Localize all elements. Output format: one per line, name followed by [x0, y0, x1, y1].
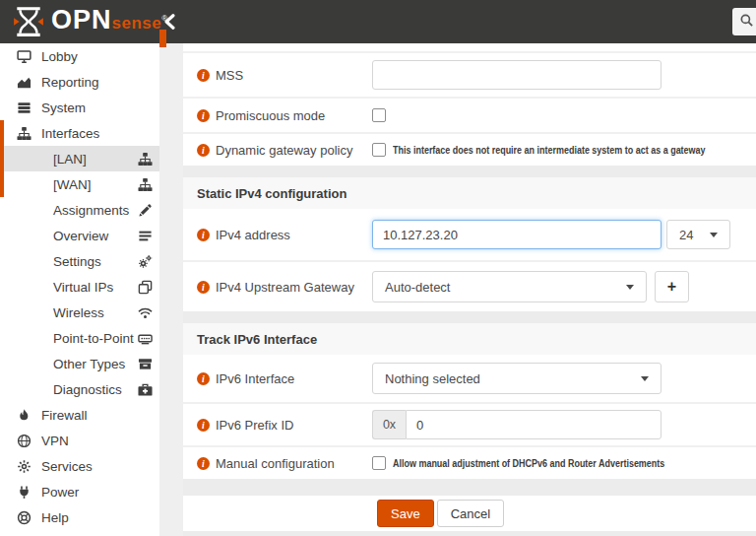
mss-input[interactable] — [372, 60, 662, 90]
sidebar-item-label: Diagnostics — [53, 382, 122, 397]
form-row-ipv4-address: i IPv4 address 24 — [183, 209, 756, 260]
form-row-ipv6-interface: i IPv6 Interface Nothing selected — [183, 355, 756, 402]
form-row-manual-config: i Manual configuration Allow manual adju… — [183, 447, 756, 479]
section-header-static-ipv4: Static IPv4 configuration — [183, 177, 756, 209]
save-button[interactable]: Save — [377, 500, 434, 527]
sitemap-icon — [138, 177, 153, 192]
ipv4-cidr-select[interactable]: 24 — [666, 220, 730, 249]
sidebar-item-label: Wireless — [53, 305, 104, 320]
brand-sense: sense — [112, 14, 162, 34]
ipv4-address-label: IPv4 address — [216, 228, 290, 242]
sidebar-item-assignments[interactable]: Assignments — [0, 197, 159, 223]
caret-down-icon — [641, 376, 649, 381]
cogs-icon — [138, 254, 153, 269]
ipv6-prefix-addon: 0x — [372, 410, 406, 439]
caret-down-icon — [626, 285, 634, 290]
sidebar-item-diagnostics[interactable]: Diagnostics — [0, 376, 159, 402]
clone-icon — [138, 280, 153, 295]
sidebar-item-lan[interactable]: [LAN] — [0, 146, 159, 171]
top-navbar: OPNsense® — [0, 0, 756, 43]
sidebar-item-settings[interactable]: Settings — [0, 248, 159, 274]
sidebar-item-overview[interactable]: Overview — [0, 223, 159, 248]
info-icon[interactable]: i — [197, 419, 210, 432]
info-icon[interactable]: i — [197, 229, 210, 241]
sidebar-item-label: [WAN] — [53, 177, 92, 192]
info-icon[interactable]: i — [197, 372, 210, 385]
modem-icon — [138, 331, 153, 346]
search-input[interactable] — [732, 8, 756, 35]
manual-config-checkbox[interactable] — [372, 456, 386, 470]
ipv6-prefix-label: IPv6 Prefix ID — [216, 418, 293, 433]
ipv4-gateway-label: IPv4 Upstream Gateway — [216, 280, 354, 295]
opnsense-app: OPNsense® LobbyReportingSystemInterfaces… — [0, 0, 756, 536]
sidebar-item-vpn[interactable]: VPN — [0, 428, 159, 453]
sidebar-item-point-to-point[interactable]: Point-to-Point — [0, 325, 159, 351]
sidebar-collapse-button[interactable] — [162, 14, 178, 30]
sidebar-item-label: [LAN] — [53, 152, 87, 167]
dynamic-gateway-checkbox[interactable] — [372, 143, 386, 157]
info-icon[interactable]: i — [197, 144, 210, 157]
sidebar-scrollbar-thumb[interactable] — [159, 30, 166, 47]
mss-label: MSS — [216, 68, 243, 83]
wifi-icon — [138, 305, 153, 320]
search-icon — [739, 13, 754, 32]
sidebar-item-reporting[interactable]: Reporting — [0, 69, 159, 95]
info-icon[interactable]: i — [197, 69, 210, 82]
sidebar-item-lobby[interactable]: Lobby — [0, 43, 159, 69]
sidebar-item-label: Interfaces — [41, 126, 99, 141]
sidebar-menu: LobbyReportingSystemInterfaces[LAN][WAN]… — [0, 43, 159, 536]
sidebar-item-label: Lobby — [41, 49, 78, 64]
content-area: i MSS i Promiscuous mode i Dynamic gatew… — [183, 43, 756, 536]
sidebar-item-label: Settings — [53, 254, 101, 269]
sidebar-item-label: Assignments — [53, 203, 129, 218]
gear-icon — [16, 458, 32, 474]
promiscuous-label: Promiscuous mode — [216, 108, 325, 123]
opnsense-logo-icon — [12, 6, 45, 41]
promiscuous-checkbox[interactable] — [372, 108, 386, 122]
sidebar-item-firewall[interactable]: Firewall — [0, 402, 159, 428]
form-row-mss: i MSS — [183, 53, 756, 97]
sidebar-item-interfaces[interactable]: Interfaces — [0, 120, 159, 146]
ipv4-gateway-select[interactable]: Auto-detect — [372, 271, 647, 302]
sidebar-item-label: System — [41, 100, 86, 115]
form-row-ipv6-prefix: i IPv6 Prefix ID 0x — [183, 404, 756, 445]
sidebar-item-wireless[interactable]: Wireless — [0, 300, 159, 325]
sidebar-item-label: Reporting — [41, 75, 99, 90]
sidebar-item-label: Firewall — [41, 408, 88, 423]
pencil-icon — [138, 203, 153, 218]
info-icon[interactable]: i — [197, 281, 210, 294]
cancel-button[interactable]: Cancel — [437, 500, 504, 527]
sidebar-item-label: Overview — [53, 229, 108, 243]
sidebar-item-power[interactable]: Power — [0, 479, 159, 504]
desktop-icon — [16, 48, 32, 64]
info-icon[interactable]: i — [197, 457, 210, 470]
ipv6-prefix-input[interactable] — [406, 410, 662, 439]
add-gateway-button[interactable]: + — [655, 271, 689, 302]
ipv4-address-input[interactable] — [372, 220, 662, 249]
manual-config-checkbox-text: Allow manual adjustment of DHCPv6 and Ro… — [393, 457, 664, 469]
ipv4-gateway-value: Auto-detect — [385, 280, 451, 295]
globe-icon — [16, 433, 32, 448]
sidebar-item-virtual-ips[interactable]: Virtual IPs — [0, 274, 159, 300]
ipv4-cidr-value: 24 — [679, 228, 693, 242]
sidebar-item-other-types[interactable]: Other Types — [0, 351, 159, 376]
caret-down-icon — [710, 233, 718, 237]
sidebar-item-label: Virtual IPs — [53, 280, 113, 295]
sidebar-item-services[interactable]: Services — [0, 453, 159, 479]
brand[interactable]: OPNsense® — [12, 4, 167, 41]
sitemap-icon — [138, 152, 153, 167]
sidebar-item-wan[interactable]: [WAN] — [0, 171, 159, 197]
info-icon[interactable]: i — [197, 109, 210, 122]
sidebar-item-system[interactable]: System — [0, 95, 159, 120]
ipv6-interface-value: Nothing selected — [385, 371, 480, 386]
brand-opn: OPN — [51, 5, 112, 34]
form-row-promiscuous: i Promiscuous mode — [183, 99, 756, 132]
chevron-left-icon — [162, 14, 177, 30]
sidebar-item-help[interactable]: Help — [0, 504, 159, 530]
plug-icon — [16, 484, 32, 500]
sidebar-item-label: Point-to-Point — [53, 331, 134, 346]
form-row-ipv4-gateway: i IPv4 Upstream Gateway Auto-detect + — [183, 262, 756, 311]
ipv6-interface-select[interactable]: Nothing selected — [372, 363, 662, 394]
area-chart-icon — [16, 74, 32, 90]
sitemap-icon — [16, 125, 32, 141]
